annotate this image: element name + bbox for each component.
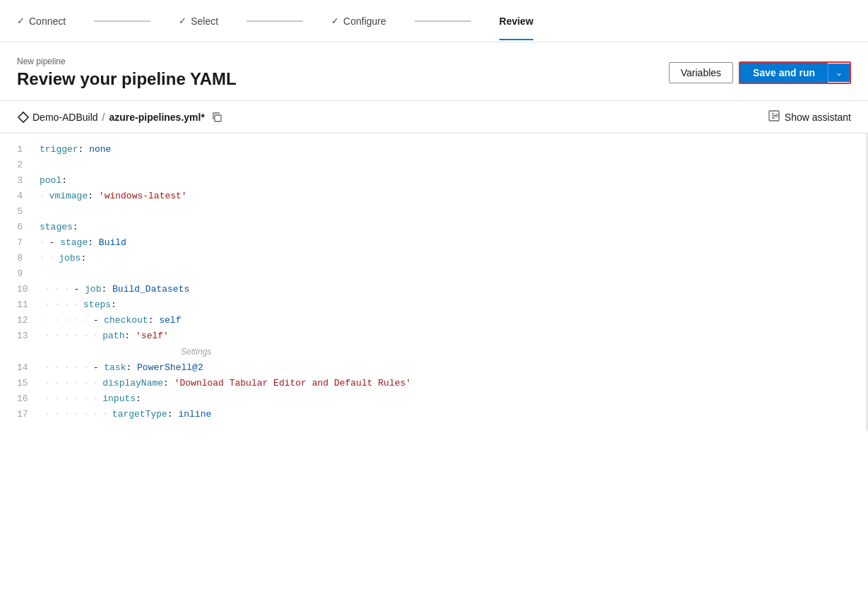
code-text: - [93,315,105,326]
code-line: 7· - stage: Build [0,235,866,251]
check-icon-connect: ✓ [17,16,25,26]
code-text: : [136,393,141,404]
variables-button[interactable]: Variables [669,62,733,83]
line-content: · · · · · · · targetType: inline [45,407,849,422]
code-line: 8· · jobs: [0,251,866,266]
code-keyword: inputs [102,393,136,404]
code-line: 16· · · · · · inputs: [0,391,866,407]
editor-area: Demo-ADBuild / azure-pipelines.yml* S [0,101,868,431]
indent-indicator: · · · · · · [45,378,103,388]
line-number: 1 [17,142,40,158]
line-number: 9 [17,266,40,282]
code-text: : [88,191,99,201]
code-text: : [78,144,90,155]
code-string: 'Download Tabular Editor and Default Rul… [174,378,411,388]
code-line: 10· · · - job: Build_Datasets [0,282,866,297]
code-keyword: targetType [112,409,167,420]
indent-indicator: · · · · [45,299,83,310]
code-line: 5 [0,204,866,220]
line-content: · · · · · · displayName: 'Download Tabul… [45,376,849,391]
code-keyword: vmimage [49,191,88,201]
path-separator: / [102,112,105,123]
line-number: 8 [17,251,40,266]
code-text: - [49,237,61,248]
check-icon-configure: ✓ [331,16,339,26]
code-line: 11· · · · steps: [0,297,866,313]
code-value: inline [178,409,211,420]
steps-navigation: ✓ Connect ✓ Select ✓ Configure Review [0,0,868,42]
code-line: 1trigger: none [0,142,866,158]
page-header-left: New pipeline Review your pipeline YAML [17,57,237,89]
code-text: - [73,284,85,295]
code-text: : [148,315,160,326]
line-content: · · jobs: [40,251,849,266]
code-editor-container: 1trigger: none23pool:4· vmimage: 'window… [0,133,868,431]
file-path: Demo-ADBuild / azure-pipelines.yml* [17,111,223,124]
code-line: 12· · · · · - checkout: self [0,313,866,328]
line-number: 3 [17,173,40,189]
code-keyword: stage [60,237,88,248]
code-line: 4· vmimage: 'windows-latest' [0,189,866,204]
code-text: : [111,299,117,310]
code-keyword: checkout [104,315,148,326]
code-keyword: path [102,331,124,341]
line-content: · · · · · - checkout: self [45,313,849,328]
code-keyword: jobs [59,253,81,263]
line-content: · · · · · - task: PowerShell@2 [45,360,849,376]
code-line: 15· · · · · · displayName: 'Download Tab… [0,376,866,391]
indent-indicator: · · · · · · · [45,409,112,420]
step-select[interactable]: ✓ Select [179,16,246,27]
line-content: · · · - job: Build_Datasets [45,282,849,297]
code-editor[interactable]: 1trigger: none23pool:4· vmimage: 'window… [0,133,866,431]
code-text: : [101,284,112,295]
code-value: Build_Datasets [112,284,189,295]
line-number: 15 [17,376,45,391]
modified-indicator: * [201,112,204,123]
code-text: : [73,222,78,232]
step-divider-3 [415,20,471,22]
chevron-down-icon: ⌄ [836,68,843,78]
svg-rect-3 [776,114,779,117]
code-line: 13· · · · · · path: 'self' [0,328,866,344]
line-content: trigger: none [40,142,849,158]
copy-icon[interactable] [210,111,223,124]
line-content: · · · · steps: [45,297,849,313]
code-string: 'windows-latest' [99,191,187,201]
step-connect[interactable]: ✓ Connect [17,16,94,27]
step-review[interactable]: Review [499,16,561,27]
code-text: : [126,362,137,373]
indent-indicator: · · · · · [45,362,93,373]
code-text: : [167,409,179,420]
code-text: : [124,331,136,341]
line-content: stages: [40,220,849,235]
code-value: self [159,315,181,326]
code-text: : [81,253,86,263]
step-configure-label: Configure [343,16,386,27]
show-assistant-label: Show assistant [785,112,851,123]
indent-indicator: · [40,191,49,201]
save-and-run-chevron-button[interactable]: ⌄ [828,64,850,82]
code-keyword: job [85,284,101,295]
pipeline-icon [17,111,30,124]
code-keyword: trigger [40,144,78,155]
indent-indicator: · [40,237,49,248]
save-and-run-button[interactable]: Save and run [740,63,828,83]
indent-indicator: · · · [45,284,74,295]
step-select-label: Select [191,16,218,27]
show-assistant-button[interactable]: Show assistant [768,109,851,124]
code-text: : [61,175,67,186]
indent-indicator: · · · · · · [45,393,103,404]
code-value: PowerShell@2 [137,362,203,373]
code-keyword: stages [40,222,73,232]
line-number: 16 [17,391,45,407]
indent-indicator: · · · · · [45,315,93,326]
editor-toolbar: Demo-ADBuild / azure-pipelines.yml* S [0,101,868,133]
svg-rect-1 [215,115,221,121]
file-name: azure-pipelines.yml* [109,112,204,123]
line-number [17,344,40,360]
breadcrumb: New pipeline [17,57,237,66]
step-configure[interactable]: ✓ Configure [331,16,415,27]
check-icon-select: ✓ [179,16,186,26]
save-and-run-group: Save and run ⌄ [739,61,851,84]
code-line: 6stages: [0,220,866,235]
